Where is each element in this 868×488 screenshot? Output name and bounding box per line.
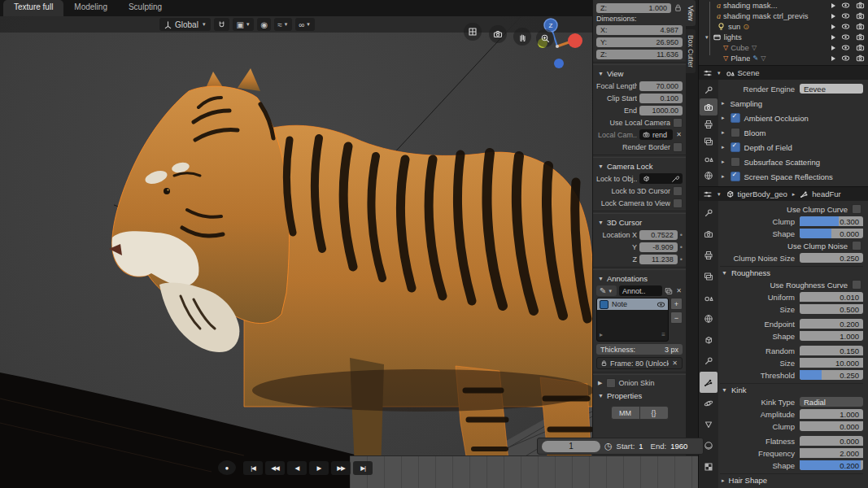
lock-object-field[interactable] [639,173,683,184]
annotation-tool-dropdown[interactable]: ✎▾ [596,285,617,296]
current-frame-field[interactable]: 1 [542,441,600,452]
panel-expand-icon[interactable]: ▶ [598,380,602,386]
start-frame-field[interactable]: 1 [639,442,643,451]
add-layer-button[interactable]: + [670,298,683,310]
outliner-item-sun[interactable]: sun ⊙ [699,21,868,32]
kink-type-dropdown[interactable]: Radial [800,397,863,407]
tab-view-layer[interactable] [700,133,718,150]
breadcrumb-particle-system[interactable]: headFur [812,190,840,198]
outliner-item-plane[interactable]: ▽ Plane ✎ ▽ [699,53,868,63]
workspace-tab-modeling[interactable]: Modeling [63,0,118,16]
workspace-tab-texture-full[interactable]: Texture full [3,0,63,16]
cursor-z-field[interactable]: 11.238 [639,255,678,264]
view-axis-gizmo[interactable]: Z [525,16,588,75]
clip-end-field[interactable]: 1000.00 [639,106,683,115]
camera-icon[interactable] [856,33,865,41]
tab-object-data[interactable] [700,414,718,435]
transform-orientation-dropdown[interactable]: Global ▾ [159,18,211,31]
dimension-x-field[interactable]: X:4.987 [596,25,683,35]
tab-tool[interactable] [700,203,718,224]
roughness-section-header[interactable]: ▼Roughness [720,266,863,279]
view-panel-header[interactable]: ▼View [596,68,683,79]
tab-output[interactable] [700,245,718,266]
workspace-tab-sculpting[interactable]: Sculpting [118,0,172,16]
render-engine-dropdown[interactable]: Eevee [800,84,863,94]
roughness-threshold-slider[interactable]: 0.250 [800,370,863,380]
annotation-layer-note[interactable]: Note [597,298,668,310]
depth-of-field-checkbox[interactable] [731,142,740,152]
prev-keyframe-button[interactable]: ◀◀ [265,461,285,475]
ambient-occlusion-checkbox[interactable] [731,113,740,123]
outliner-item-cube[interactable]: ▽ Cube ▽ [699,42,868,53]
dimension-y-field[interactable]: Y:26.950 [596,37,683,47]
thickness-slider[interactable]: Thickness: 3 px [596,344,683,355]
tab-render[interactable] [700,224,718,245]
roughness-uniform-field[interactable]: 0.010 [800,292,863,302]
properties-editor-icon[interactable] [703,190,713,199]
camera-view-button[interactable] [489,25,507,43]
jump-to-end-button[interactable]: ▶| [353,461,373,475]
tab-texture[interactable] [700,456,718,477]
eye-icon[interactable] [841,11,850,20]
tab-tool[interactable] [700,81,718,98]
viewport-3d[interactable]: Global ▾ ▣▾ ◉ ≈▾ ∞▾ Z [0,16,592,488]
annotation-layer-field[interactable]: Annot.. [619,285,662,296]
selectable-icon[interactable] [831,3,835,8]
onion-skin-checkbox[interactable] [606,378,616,388]
roughness-random-field[interactable]: 0.150 [800,346,863,355]
selectable-icon[interactable] [831,24,835,29]
selectable-icon[interactable] [831,35,835,40]
outliner-item-shading-mask[interactable]: a shading mask... [699,0,868,11]
annotations-panel-header[interactable]: ▼Annotations [596,272,683,284]
render-border-checkbox[interactable] [673,142,683,152]
section-sampling[interactable]: ▸Sampling [720,96,863,111]
cursor-y-field[interactable]: -8.909 [639,242,678,252]
sidebar-tab-view[interactable]: View [686,0,696,26]
tab-output[interactable] [700,115,718,133]
kink-frequency-field[interactable]: 2.000 [800,448,863,458]
local-camera-field[interactable]: rend [639,129,673,140]
camera-icon[interactable] [856,11,865,20]
list-expand-icon[interactable]: ▸ [600,331,603,338]
proportional-editing-toggle[interactable]: ◉ [257,18,271,31]
braces-button[interactable]: {} [640,406,669,420]
tab-scene[interactable] [700,287,718,308]
subsurface-scattering-checkbox[interactable] [731,157,740,167]
selectable-icon[interactable] [831,46,835,50]
bloom-checkbox[interactable] [731,128,740,137]
clump-shape-slider[interactable]: 0.000 [800,229,863,238]
roughness-random-size-field[interactable]: 10.000 [800,358,863,368]
use-local-camera-checkbox[interactable] [673,118,683,128]
focal-length-field[interactable]: 70.000 [639,81,683,91]
collection-expand-icon[interactable]: ▾ [705,34,709,41]
section-bloom[interactable]: ▸Bloom [720,125,863,140]
remove-layer-button[interactable]: − [670,312,683,324]
gizmo-x-axis[interactable] [568,33,582,48]
tab-world[interactable] [700,308,718,329]
record-button[interactable]: ● [218,460,236,475]
play-reverse-button[interactable]: ◀ [287,461,307,475]
tab-object[interactable] [700,329,718,351]
options-dropdown[interactable]: ∞▾ [295,18,315,31]
tab-particles[interactable] [700,372,718,393]
eye-icon[interactable] [841,33,850,41]
play-button[interactable]: ▶ [309,461,329,475]
selectable-icon[interactable] [831,14,835,19]
properties-editor-icon[interactable] [703,68,713,78]
clear-local-camera-button[interactable]: ✕ [675,131,683,138]
outliner-item-lights[interactable]: ▾ lights [699,32,868,42]
close-icon[interactable]: ✕ [675,287,683,294]
clock-icon[interactable]: ◷ [604,441,613,451]
section-ambient-occlusion[interactable]: ▸Ambient Occlusion [720,111,863,125]
mm-units-button[interactable]: MM [611,406,640,420]
outliner-item-shading-mask-ctrl-previs[interactable]: a shading mask ctrl_previs [699,11,868,21]
cursor-x-field[interactable]: 0.7522 [639,230,678,240]
roughness-endpoint-field[interactable]: 0.200 [800,319,863,329]
clip-start-field[interactable]: 0.100 [639,94,683,103]
screen-space-reflections-checkbox[interactable] [731,172,740,181]
pan-view-button[interactable] [513,28,531,46]
proportional-falloff-dropdown[interactable]: ≈▾ [274,18,292,31]
camera-icon[interactable] [856,1,865,10]
eye-icon[interactable] [841,1,850,10]
use-clump-noise-checkbox[interactable] [852,241,861,251]
